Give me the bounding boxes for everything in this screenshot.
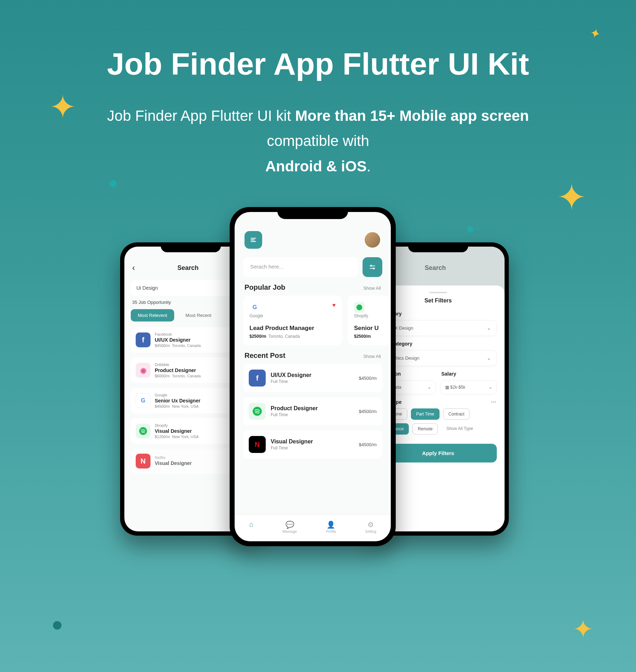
chevron-down-icon: ⌄: [428, 385, 431, 390]
job-role: Product Designer: [271, 405, 354, 412]
hero-subtitle: Job Finder App Flutter UI kit More than …: [0, 103, 636, 179]
svg-point-13: [373, 268, 375, 269]
popular-job-card[interactable]: Shopify Senior U $2500/m: [348, 296, 390, 345]
hero-title: Job Finder App Flutter UI Kit: [0, 0, 636, 82]
job-salary: $4500/m: [359, 376, 377, 381]
sliders-icon: [369, 263, 376, 271]
svg-point-10: [371, 265, 372, 267]
bottom-nav: ⌂ 💬Massage 👤Profile ⚙Setting: [235, 514, 391, 541]
search-input[interactable]: Ui Design: [131, 280, 231, 296]
nav-massage[interactable]: 💬Massage: [283, 520, 297, 534]
spotify-icon: [354, 302, 365, 313]
avatar[interactable]: [364, 231, 381, 248]
select-category[interactable]: UI/UX Design ⌄: [379, 320, 497, 336]
chevron-down-icon: ⌄: [487, 325, 491, 331]
spotify-icon: [249, 403, 266, 420]
decor-dot: [110, 180, 117, 187]
label-subcategory: Sub Category: [380, 341, 496, 347]
job-role: Lead Product Manager: [249, 325, 336, 332]
phone-home: Serach here... Popular Job Show All G Go…: [230, 207, 396, 546]
label-salary: Salary: [441, 371, 496, 377]
job-type: Full Time: [271, 412, 354, 417]
netflix-icon: N: [249, 436, 266, 453]
more-icon[interactable]: ⋯: [491, 399, 496, 405]
sheet-title: Set Filters: [379, 297, 497, 304]
chat-icon: 💬: [285, 520, 294, 529]
tab-most-recent[interactable]: Most Recent: [178, 309, 218, 322]
company-name: Google: [249, 313, 263, 318]
recent-job-card[interactable]: N Visual Designer Full Time $4500/m: [243, 430, 382, 459]
job-salary: $4500/m: [359, 442, 377, 447]
back-button[interactable]: ‹: [132, 263, 135, 273]
tab-most-relevant[interactable]: Most Relevent: [131, 309, 174, 322]
show-all-link[interactable]: Show All: [363, 285, 381, 291]
section-title-popular: Popular Job: [245, 283, 285, 291]
menu-button[interactable]: [245, 231, 262, 249]
google-icon: G: [136, 393, 151, 408]
user-icon: 👤: [326, 520, 335, 529]
job-role: UI/UX Designer: [271, 372, 354, 378]
show-all-link[interactable]: Show All: [363, 354, 381, 359]
nav-home[interactable]: ⌂: [249, 520, 253, 534]
spotify-icon: [136, 424, 151, 438]
dribbble-icon: ◉: [136, 363, 151, 378]
decor-dot: [53, 621, 61, 630]
recent-job-card[interactable]: f UI/UX Designer Full Time $4500/m: [243, 364, 382, 392]
facebook-icon: f: [136, 332, 151, 347]
job-type: Full Time: [271, 446, 354, 450]
favorite-button[interactable]: ♥: [332, 302, 336, 308]
home-icon: ⌂: [249, 520, 253, 529]
section-title-recent: Recent Post: [245, 352, 285, 360]
nav-setting[interactable]: ⚙Setting: [365, 520, 376, 534]
popular-job-card[interactable]: G Google ♥ Lead Product Manager $2500/m …: [243, 296, 342, 345]
chevron-down-icon: ⌄: [487, 355, 491, 361]
company-name: Shopify: [354, 313, 368, 318]
job-role: Senior U: [354, 325, 384, 332]
recent-job-card[interactable]: Product Designer Full Time $4500/m: [243, 397, 382, 425]
job-role: Visual Designer: [271, 438, 354, 445]
job-type: Full Time: [271, 379, 354, 384]
select-subcategory[interactable]: Graphics Design ⌄: [379, 350, 497, 366]
gear-icon: ⚙: [367, 520, 374, 529]
job-type-remote[interactable]: Remote: [412, 423, 438, 435]
page-title: Search: [382, 264, 488, 272]
job-type-contract[interactable]: Contract: [443, 408, 470, 420]
label-category: Category: [380, 311, 496, 317]
sparkle-icon: ✦: [49, 88, 76, 125]
menu-icon: [249, 236, 257, 244]
page-title: Search: [135, 264, 241, 272]
search-input[interactable]: Serach here...: [243, 257, 358, 277]
nav-profile[interactable]: 👤Profile: [326, 520, 336, 534]
select-salary[interactable]: ▦ $2k-$5k ⌄: [441, 380, 497, 394]
sparkle-icon: ✦: [573, 615, 594, 644]
facebook-icon: f: [249, 370, 266, 387]
svg-point-16: [357, 305, 363, 311]
chevron-down-icon: ⌄: [489, 385, 492, 390]
filter-button[interactable]: [363, 257, 382, 277]
sheet-handle[interactable]: [429, 292, 447, 293]
netflix-icon: N: [136, 454, 151, 468]
show-all-types[interactable]: Show All Type: [441, 423, 478, 435]
google-icon: G: [249, 302, 260, 313]
apply-filters-button[interactable]: Apply Filters: [379, 444, 497, 462]
job-type-part-time[interactable]: Part Time: [411, 408, 440, 420]
job-salary: $4500/m: [359, 409, 377, 414]
label-job-type: Job Type ⋯: [380, 399, 496, 405]
